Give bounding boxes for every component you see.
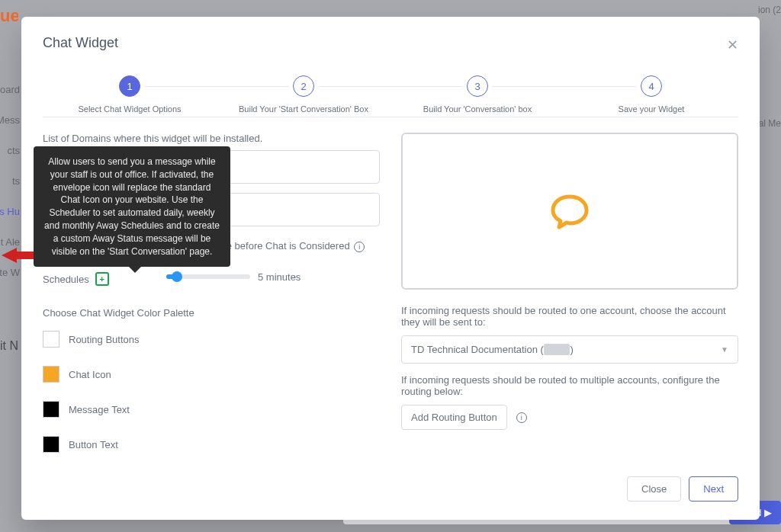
- route-multi-text: If incoming requests should be routed to…: [401, 374, 738, 397]
- palette-label: Routing Buttons: [69, 334, 140, 345]
- bg-sidebar-item: Mess: [0, 114, 21, 145]
- close-icon[interactable]: ✕: [727, 38, 738, 52]
- color-swatch[interactable]: [43, 366, 59, 383]
- bg-sidebar-item: ts: [0, 175, 21, 206]
- step-label: Build Your 'Conversation' box: [423, 104, 532, 114]
- step-circle: 4: [641, 75, 662, 97]
- step-4[interactable]: 4 Save your Widget: [564, 75, 738, 114]
- step-1[interactable]: 1 Select Chat Widget Options: [43, 75, 217, 114]
- palette-routing-buttons[interactable]: Routing Buttons: [43, 331, 211, 348]
- palette-label: Message Text: [69, 404, 130, 415]
- widget-preview: [401, 133, 738, 290]
- info-icon[interactable]: i: [516, 412, 527, 423]
- away-status-tooltip: Allow users to send you a message while …: [34, 146, 230, 267]
- step-3[interactable]: 3 Build Your 'Conversation' box: [390, 75, 564, 114]
- bg-sidebar-item: ite W: [0, 267, 21, 297]
- palette-title: Choose Chat Widget Color Palette: [43, 307, 380, 319]
- add-routing-button[interactable]: Add Routing Button: [401, 405, 507, 430]
- chat-icon: [549, 192, 590, 230]
- step-label: Select Chat Widget Options: [78, 104, 181, 114]
- calendar-add-icon[interactable]: [95, 272, 109, 286]
- bg-sidebar-item: oard: [0, 84, 21, 114]
- step-circle: 1: [119, 75, 140, 97]
- slider-value: 5 minutes: [258, 271, 301, 283]
- step-2[interactable]: 2 Build Your 'Start Conversation' Box: [217, 75, 390, 114]
- info-icon[interactable]: i: [354, 242, 365, 252]
- abandon-slider[interactable]: 5 minutes: [166, 271, 380, 283]
- bg-top-right: ion (2: [758, 5, 781, 15]
- close-button[interactable]: Close: [627, 476, 681, 502]
- svg-marker-0: [2, 248, 35, 263]
- palette-button-text[interactable]: Button Text: [43, 436, 211, 453]
- color-swatch[interactable]: [43, 436, 59, 453]
- chevron-down-icon: ▼: [721, 345, 728, 354]
- bg-sidebar-item: ns Hu: [0, 206, 21, 236]
- palette-chat-icon[interactable]: Chat Icon: [43, 366, 211, 383]
- bg-left-label: it N: [0, 339, 18, 353]
- palette-label: Chat Icon: [69, 369, 111, 380]
- color-swatch[interactable]: [43, 331, 59, 348]
- route-account-select[interactable]: TD Technical Documentation (x) ▼: [401, 335, 738, 364]
- palette-label: Button Text: [69, 439, 118, 450]
- bg-right-frag: al Me: [759, 118, 781, 129]
- schedules-label: Schedules: [43, 274, 89, 285]
- route-single-text: If incoming requests should be routed to…: [401, 305, 738, 328]
- step-circle: 2: [293, 75, 314, 97]
- step-label: Save your Widget: [619, 104, 685, 114]
- next-button[interactable]: Next: [689, 476, 738, 502]
- modal-footer: Close Next: [43, 463, 738, 502]
- bg-sidebar-item: cts: [0, 145, 21, 175]
- annotation-arrow: [2, 246, 35, 264]
- wizard-stepper: 1 Select Chat Widget Options 2 Build You…: [43, 75, 738, 117]
- step-circle: 3: [467, 75, 488, 97]
- redacted: x: [544, 344, 570, 355]
- modal-title: Chat Widget: [43, 35, 738, 51]
- step-label: Build Your 'Start Conversation' Box: [239, 104, 368, 114]
- palette-message-text[interactable]: Message Text: [43, 401, 211, 418]
- color-swatch[interactable]: [43, 401, 59, 418]
- bg-sidebar: oard Mess cts ts ns Hu t Ale ite W: [0, 84, 21, 297]
- domains-label: List of Domains where this widget will b…: [43, 133, 380, 144]
- bg-logo-fragment: ue: [0, 6, 18, 26]
